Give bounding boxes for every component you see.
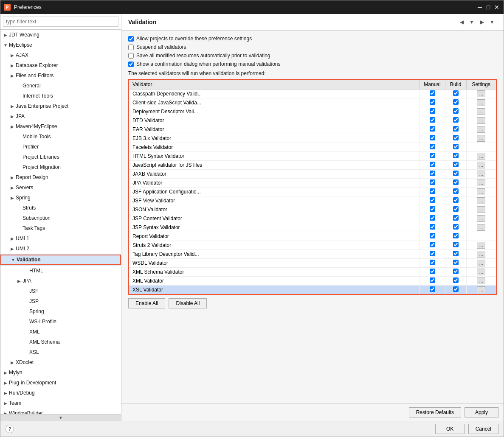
table-row[interactable]: JSP Syntax Validator… — [129, 223, 496, 232]
settings-button[interactable]: … — [477, 242, 485, 249]
settings-button[interactable]: … — [477, 215, 485, 222]
sidebar-item-database-explorer[interactable]: ▶ Database Explorer — [0, 60, 121, 70]
build-check[interactable] — [445, 143, 466, 152]
settings-cell[interactable]: … — [466, 179, 496, 188]
manual-checkbox[interactable] — [430, 108, 435, 114]
sidebar-item-subscription[interactable]: ▶ Subscription — [0, 213, 121, 223]
sidebar-item-maven4myeclipse[interactable]: ▶ Maven4MyEclipse — [0, 121, 121, 132]
table-row[interactable]: JSP Content Validator… — [129, 214, 496, 223]
sidebar-item-report-design[interactable]: ▶ Report Design — [0, 172, 121, 182]
sidebar-item-struts[interactable]: ▶ Struts — [0, 203, 121, 213]
build-checkbox[interactable] — [453, 197, 459, 203]
manual-check[interactable] — [420, 205, 445, 214]
manual-checkbox[interactable] — [430, 153, 435, 158]
build-check[interactable] — [445, 107, 466, 116]
sidebar-item-uml2[interactable]: ▶ UML2 — [0, 244, 121, 254]
build-check[interactable] — [445, 188, 466, 196]
manual-checkbox[interactable] — [430, 135, 435, 140]
settings-cell[interactable]: … — [466, 286, 496, 294]
sidebar-item-spring[interactable]: ▶ Spring — [0, 193, 121, 203]
settings-cell[interactable]: … — [466, 277, 496, 286]
manual-check[interactable] — [420, 143, 445, 152]
build-checkbox[interactable] — [453, 117, 459, 123]
apply-button[interactable]: Apply — [465, 407, 498, 417]
build-checkbox[interactable] — [453, 251, 459, 256]
build-checkbox[interactable] — [453, 286, 459, 292]
table-row[interactable]: EJB 3.x Validator… — [129, 134, 496, 143]
table-row[interactable]: JSF Application Configuratio...… — [129, 188, 496, 196]
sidebar-item-windowbuilder[interactable]: ▶ WindowBuilder — [0, 408, 121, 414]
manual-checkbox[interactable] — [430, 269, 435, 274]
manual-check[interactable] — [420, 98, 445, 107]
table-row[interactable]: JavaScript validator for JS files… — [129, 161, 496, 170]
sidebar-item-mylyn[interactable]: ▶ Mylyn — [0, 367, 121, 378]
build-check[interactable] — [445, 259, 466, 268]
build-check[interactable] — [445, 179, 466, 188]
build-checkbox[interactable] — [453, 126, 459, 132]
build-checkbox[interactable] — [453, 206, 459, 212]
settings-button[interactable]: … — [477, 224, 485, 231]
sidebar-item-project-migration[interactable]: ▶ Project Migration — [0, 162, 121, 172]
sidebar-item-ws-i-profile[interactable]: ▶ WS-I Profile — [0, 317, 121, 327]
manual-checkbox[interactable] — [430, 251, 435, 256]
manual-check[interactable] — [420, 286, 445, 294]
build-checkbox[interactable] — [453, 162, 459, 167]
build-check[interactable] — [445, 250, 466, 259]
table-row[interactable]: Report Validator — [129, 232, 496, 241]
manual-checkbox[interactable] — [430, 117, 435, 123]
build-checkbox[interactable] — [453, 233, 459, 238]
settings-cell[interactable]: … — [466, 259, 496, 268]
settings-cell[interactable]: … — [466, 134, 496, 143]
settings-button[interactable]: … — [477, 269, 485, 275]
table-row[interactable]: EAR Validator… — [129, 125, 496, 134]
settings-button[interactable]: … — [477, 117, 485, 124]
manual-check[interactable] — [420, 268, 445, 277]
build-checkbox[interactable] — [453, 188, 459, 194]
manual-check[interactable] — [420, 107, 445, 116]
sidebar-item-xml-schema[interactable]: ▶ XML Schema — [0, 337, 121, 347]
settings-cell[interactable]: … — [466, 196, 496, 205]
build-checkbox[interactable] — [453, 224, 459, 230]
build-checkbox[interactable] — [453, 153, 459, 158]
manual-check[interactable] — [420, 170, 445, 179]
settings-cell[interactable]: … — [466, 125, 496, 134]
sidebar-item-team[interactable]: ▶ Team — [0, 398, 121, 408]
settings-button[interactable]: … — [477, 126, 485, 133]
sidebar-item-ajax[interactable]: ▶ AJAX — [0, 50, 121, 60]
checkbox-suspend-all-input[interactable] — [128, 45, 134, 50]
build-check[interactable] — [445, 196, 466, 205]
settings-button[interactable]: … — [477, 260, 485, 266]
build-check[interactable] — [445, 277, 466, 286]
build-checkbox[interactable] — [453, 99, 459, 105]
settings-button[interactable]: … — [477, 179, 485, 186]
manual-checkbox[interactable] — [430, 215, 435, 221]
manual-checkbox[interactable] — [430, 197, 435, 203]
sidebar-item-spring-child[interactable]: ▶ Spring — [0, 306, 121, 317]
sidebar-item-java-enterprise-project[interactable]: ▶ Java Enterprise Project — [0, 101, 121, 111]
sidebar-item-run-debug[interactable]: ▶ Run/Debug — [0, 388, 121, 398]
sidebar-item-xml[interactable]: ▶ XML — [0, 327, 121, 337]
sidebar-item-html[interactable]: ▶ HTML — [0, 266, 121, 276]
table-row[interactable]: Deployment Descriptor Vali...… — [129, 107, 496, 116]
manual-checkbox[interactable] — [430, 260, 435, 265]
table-row[interactable]: XML Schema Validator… — [129, 268, 496, 277]
table-row[interactable]: XML Validator… — [129, 277, 496, 286]
build-check[interactable] — [445, 232, 466, 241]
search-input[interactable] — [3, 17, 118, 27]
settings-button[interactable]: … — [477, 90, 485, 97]
build-check[interactable] — [445, 241, 466, 250]
table-row[interactable]: DTD Validator… — [129, 116, 496, 125]
manual-check[interactable] — [420, 223, 445, 232]
manual-checkbox[interactable] — [430, 277, 435, 283]
build-check[interactable] — [445, 214, 466, 223]
manual-checkbox[interactable] — [430, 233, 435, 238]
manual-check[interactable] — [420, 125, 445, 134]
settings-button[interactable]: … — [477, 135, 485, 142]
settings-button[interactable]: … — [477, 99, 485, 106]
build-checkbox[interactable] — [453, 144, 459, 149]
checkbox-show-confirmation-input[interactable] — [128, 62, 134, 67]
manual-check[interactable] — [420, 161, 445, 170]
back-button[interactable]: ◀ — [457, 17, 466, 27]
build-check[interactable] — [445, 205, 466, 214]
ok-button[interactable]: OK — [435, 424, 465, 434]
